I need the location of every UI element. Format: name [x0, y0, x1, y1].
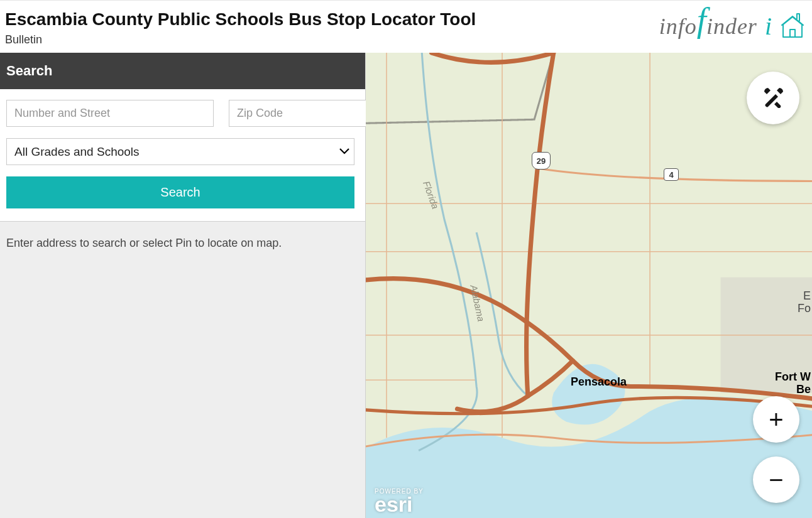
address-row [6, 99, 359, 127]
search-form: All Grades and Schools Search [0, 89, 365, 222]
sidebar-title: Search [0, 53, 365, 89]
grade-select-wrap: All Grades and Schools [6, 138, 359, 165]
logo-i: i [765, 11, 772, 41]
highway-shield-sr4: 4 [664, 168, 679, 181]
header-left: Escambia County Public Schools Bus Stop … [5, 6, 476, 46]
app-header: Escambia County Public Schools Bus Stop … [0, 1, 812, 53]
map-label-fort-walton: Fort WBe [775, 371, 811, 396]
zoom-in-button[interactable]: + [753, 396, 799, 443]
search-button[interactable]: Search [6, 176, 354, 208]
search-hint: Enter address to search or select Pin to… [0, 222, 365, 265]
page-title: Escambia County Public Schools Bus Stop … [5, 9, 476, 30]
highway-shield-us29: 29 [532, 152, 551, 170]
map-canvas[interactable]: Florida Alabama 29 4 Pensacola Fort WBe … [366, 53, 812, 518]
infofinder-logo: infofinder i [659, 11, 804, 41]
page-subtitle-link[interactable]: Bulletin [5, 33, 476, 46]
minus-icon: − [769, 467, 783, 492]
tools-icon [762, 85, 784, 111]
plus-icon: + [769, 407, 783, 432]
map-attribution: POWERED BY esri [375, 488, 424, 514]
zoom-out-button[interactable]: − [753, 456, 799, 503]
map-label-pensacola: Pensacola [571, 375, 627, 389]
street-input[interactable] [6, 100, 214, 127]
school-house-icon [781, 12, 804, 41]
esri-logo: esri [375, 495, 424, 514]
grade-select[interactable]: All Grades and Schools [6, 138, 354, 165]
main-split: Search All Grades and Schools [0, 53, 812, 518]
search-sidebar: Search All Grades and Schools [0, 53, 366, 518]
map-tiles [366, 53, 812, 518]
logo-info-text: infofinder [659, 13, 757, 40]
map-tools-button[interactable] [747, 72, 799, 124]
map-label-eglin: EFo [798, 290, 811, 315]
